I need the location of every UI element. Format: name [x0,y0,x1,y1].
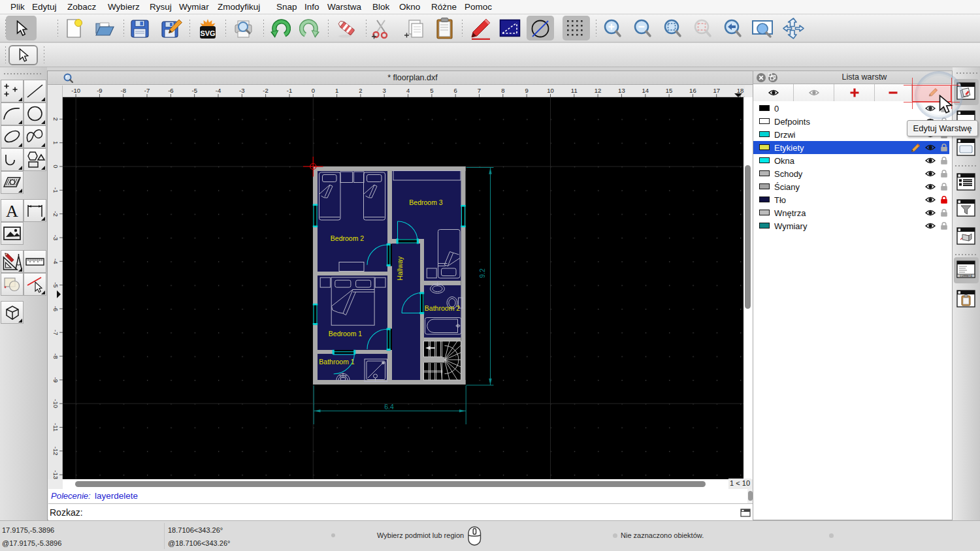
svg-text:1: 1 [335,87,338,94]
svg-text:11: 11 [571,87,578,94]
svg-text:-7: -7 [144,87,150,94]
svg-text:SVG: SVG [200,29,215,37]
svg-text:4: 4 [406,87,410,94]
svg-text:9.2: 9.2 [478,268,486,278]
svg-text:-4: -4 [52,259,59,264]
svg-text:16: 16 [689,87,696,94]
svg-text:-5: -5 [191,87,197,94]
svg-text:-3: -3 [239,87,244,94]
svg-text:12: 12 [595,87,602,94]
svg-text:3: 3 [383,87,386,94]
svg-text:-1: -1 [287,87,292,94]
svg-text:-10: -10 [52,399,59,408]
svg-text:-6: -6 [168,87,173,94]
svg-text:9: 9 [525,87,529,94]
svg-text:command: command [960,274,972,277]
svg-text:-7: -7 [52,330,59,335]
svg-text:Hallway: Hallway [396,256,404,281]
svg-text:-9: -9 [52,377,59,383]
svg-text:1: 1 [52,141,59,144]
svg-text:18: 18 [737,87,744,94]
svg-text:0: 0 [312,87,315,94]
svg-text:-5: -5 [52,282,59,287]
svg-text:14: 14 [642,87,649,94]
svg-text:2: 2 [359,87,362,94]
svg-text:Bathroom 2: Bathroom 2 [425,304,460,312]
svg-text:5: 5 [430,87,433,94]
svg-text:-6: -6 [52,306,59,311]
svg-text:-2: -2 [52,211,59,216]
svg-text:-13: -13 [52,470,59,479]
svg-text:8: 8 [501,87,504,94]
svg-text:-3: -3 [52,235,59,240]
svg-text:-10: -10 [71,87,80,94]
svg-text:Bathroom 1: Bathroom 1 [319,358,354,366]
svg-text:2: 2 [52,118,59,121]
svg-text:13: 13 [618,87,625,94]
svg-text:-11: -11 [52,423,59,432]
svg-text:Bedroom 1: Bedroom 1 [329,330,363,338]
svg-text:-9: -9 [97,87,102,94]
svg-text:-12: -12 [52,447,59,456]
svg-text:-8: -8 [120,87,125,94]
svg-text:Bedroom 2: Bedroom 2 [331,234,365,242]
svg-text:10: 10 [547,87,554,94]
svg-text:17: 17 [713,87,720,94]
svg-text:A: A [6,202,18,221]
svg-text:15: 15 [666,87,673,94]
svg-text:-4: -4 [216,87,221,94]
svg-text:Bedroom 3: Bedroom 3 [409,198,443,206]
svg-text:-2: -2 [263,87,268,94]
svg-text:6.4: 6.4 [384,403,394,411]
svg-text:0: 0 [52,165,59,168]
svg-text:6: 6 [454,87,457,94]
svg-text:-8: -8 [52,353,59,358]
svg-text:-1: -1 [52,187,59,193]
svg-text:7: 7 [478,87,481,94]
